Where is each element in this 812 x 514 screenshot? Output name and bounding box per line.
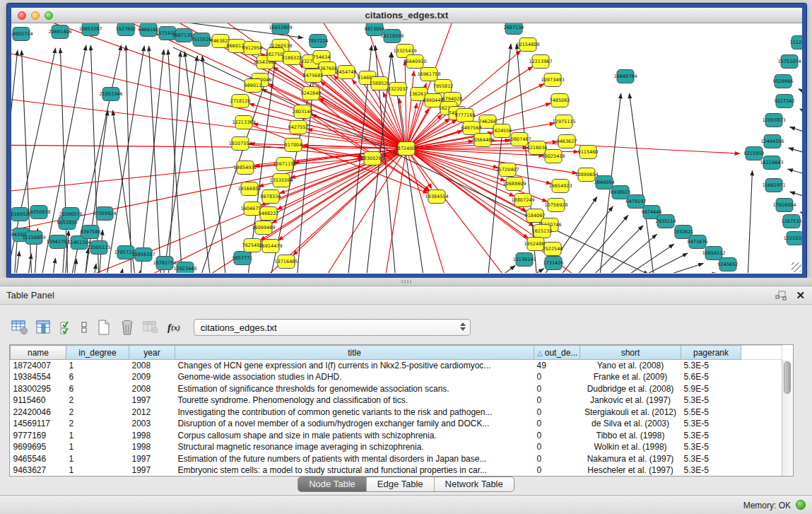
graph-node[interactable]: 15692971 <box>762 179 785 192</box>
minimize-window-button[interactable] <box>31 11 40 20</box>
graph-node[interactable]: 12923448 <box>173 262 196 274</box>
graph-node[interactable]: 16033809 <box>269 23 292 35</box>
graph-node[interactable]: 10756928 <box>544 199 567 212</box>
graph-node[interactable]: 10653287 <box>78 23 102 36</box>
graph-node[interactable]: 15136141 <box>512 253 536 267</box>
table-row[interactable]: 911546021997Tourette syndrome. Phenomeno… <box>11 395 782 407</box>
graph-node[interactable]: 12671150 <box>273 158 296 171</box>
edge[interactable] <box>106 46 144 273</box>
graph-node[interactable]: 2687134 <box>504 23 524 35</box>
graph-node[interactable]: 12444156 <box>760 135 784 148</box>
edge[interactable] <box>748 170 753 273</box>
edge[interactable] <box>790 192 802 199</box>
graph-node[interactable]: 7485063 <box>550 94 570 107</box>
edge[interactable] <box>799 89 802 95</box>
graph-node[interactable]: 10899654 <box>575 168 598 182</box>
edge[interactable] <box>488 44 511 273</box>
graph-node[interactable]: 8454749 <box>336 66 357 79</box>
edge[interactable] <box>800 109 802 115</box>
graph-node[interactable]: 7857224 <box>308 35 329 48</box>
column-header-name[interactable]: name <box>11 346 66 360</box>
graph-node[interactable]: 6497568 <box>461 122 482 135</box>
graph-node[interactable]: 9397588 <box>81 226 101 239</box>
graph-node[interactable]: 7515526 <box>192 33 212 47</box>
edge[interactable] <box>629 93 654 273</box>
graph-node[interactable]: 17016504 <box>772 199 796 212</box>
graph-node[interactable]: 8912954 <box>242 42 263 55</box>
graph-node[interactable]: 1527602 <box>116 23 136 36</box>
graph-node[interactable]: 21053346 <box>99 88 122 101</box>
graph-node[interactable]: 19250838 <box>27 206 50 219</box>
graph-node[interactable]: 7955812 <box>433 80 454 93</box>
table-row[interactable]: 946362711997Embryonic stem cells: a mode… <box>11 465 782 477</box>
edge[interactable] <box>557 206 613 273</box>
close-panel-icon[interactable]: ✕ <box>796 291 805 300</box>
table-vertical-scrollbar[interactable] <box>782 360 793 476</box>
graph-node[interactable]: 8186328 <box>282 52 302 65</box>
window-resize-grip[interactable] <box>792 262 801 272</box>
edge[interactable] <box>634 253 688 273</box>
table-panel-header[interactable]: Table Panel ✕ <box>0 286 812 305</box>
edge[interactable] <box>120 269 123 273</box>
table-row[interactable]: 977716911998Corpus callosum shape and si… <box>11 430 782 442</box>
graph-node[interactable]: 1112304 <box>790 36 802 49</box>
graph-node[interactable]: 20206576 <box>59 208 82 221</box>
scrollbar-thumb[interactable] <box>784 361 791 394</box>
graph-node[interactable]: 8475685 <box>303 69 324 83</box>
graph-node[interactable]: 16099489 <box>252 221 275 235</box>
graph-node[interactable]: 9227342 <box>775 95 795 108</box>
graph-node[interactable]: 20564486 <box>471 134 494 147</box>
edge[interactable] <box>140 49 164 273</box>
edge[interactable] <box>788 169 802 176</box>
panel-splitter[interactable] <box>0 278 812 286</box>
graph-node[interactable]: 1167533 <box>782 215 802 228</box>
graph-node[interactable]: 18807249 <box>511 194 534 207</box>
graph-node[interactable]: 13505115 <box>87 241 110 255</box>
close-window-button[interactable] <box>18 11 26 20</box>
graph-node[interactable]: 14055714 <box>11 28 33 41</box>
tab-network-table[interactable]: Network Table <box>434 477 514 491</box>
window-titlebar[interactable]: citations_edges.txt <box>11 8 802 23</box>
table-row[interactable]: 1830029562008Estimation of significance … <box>11 383 782 395</box>
graph-node[interactable]: 8427552 <box>288 121 309 134</box>
edge[interactable] <box>524 269 544 273</box>
graph-node-hub[interactable]: 18724007 <box>394 142 418 156</box>
tab-node-table[interactable]: Node Table <box>298 477 366 491</box>
graph-node[interactable]: 1588520 <box>370 77 390 90</box>
function-builder-button[interactable]: f(x) <box>167 322 180 334</box>
column-header-year[interactable]: year <box>129 346 175 360</box>
edge[interactable] <box>789 127 802 134</box>
selected-edge[interactable] <box>412 148 528 148</box>
graph-node[interactable]: 9529966 <box>773 75 794 88</box>
graph-node[interactable]: 6216034 <box>527 141 548 155</box>
graph-node[interactable]: 19384554 <box>425 190 448 204</box>
graph-node[interactable]: 16914479 <box>259 240 282 253</box>
graph-node[interactable]: 10958107 <box>131 248 155 262</box>
edge[interactable] <box>93 264 96 273</box>
edge[interactable] <box>126 45 131 273</box>
graph-node[interactable]: 19218506 <box>380 30 404 43</box>
graph-node[interactable]: 11156859 <box>22 231 45 245</box>
tab-edge-table[interactable]: Edge Table <box>366 477 434 491</box>
table-select-dropdown[interactable]: citations_edges.txt <box>194 319 471 336</box>
graph-node[interactable]: 8215958 <box>744 147 765 160</box>
graph-node[interactable]: 9857771 <box>233 252 253 265</box>
table-row[interactable]: 2242004622012Investigating the contribut… <box>11 407 782 419</box>
edge[interactable] <box>149 46 161 273</box>
graph-node[interactable]: 9777169 <box>455 109 476 122</box>
graph-node[interactable]: 9242848 <box>301 87 322 100</box>
graph-node[interactable]: 19166852 <box>237 182 261 196</box>
edge[interactable] <box>572 215 628 273</box>
graph-node[interactable]: 9245652 <box>718 258 739 271</box>
graph-node[interactable]: 9463627 <box>557 135 577 148</box>
graph-node[interactable]: 1615132 <box>532 225 553 238</box>
memory-ok-indicator-icon[interactable] <box>796 500 806 510</box>
select-column-button[interactable] <box>36 320 52 335</box>
column-header-pagerank[interactable]: pagerank <box>681 346 741 360</box>
graph-node[interactable]: 19654923 <box>548 180 572 193</box>
graph-node[interactable]: 13942757 <box>46 235 69 249</box>
column-header-short[interactable]: short <box>580 346 681 360</box>
zoom-window-button[interactable] <box>45 11 53 20</box>
column-settings-button[interactable] <box>11 320 28 335</box>
graph-node[interactable]: 10807487 <box>507 133 531 146</box>
